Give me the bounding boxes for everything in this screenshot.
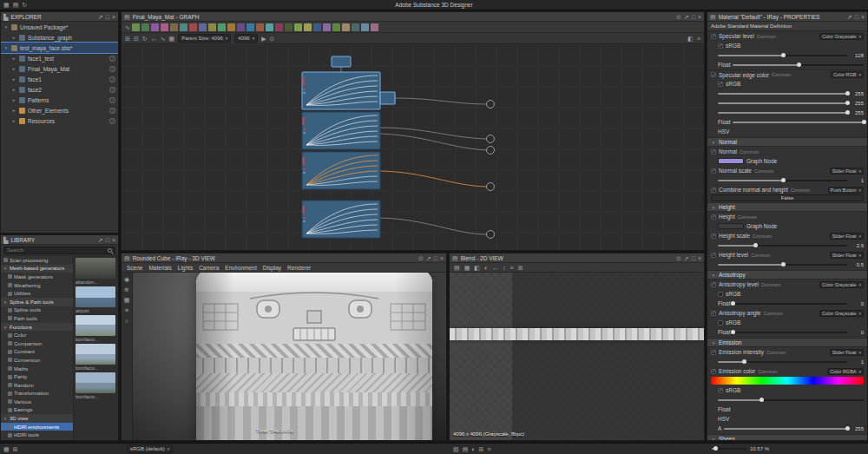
library-item-transformation[interactable]: Transformation <box>1 390 73 398</box>
expose-checkbox[interactable] <box>711 188 716 193</box>
node-preset-icon[interactable] <box>323 23 331 31</box>
node-preset-icon[interactable] <box>189 23 197 31</box>
library-item-path-tools[interactable]: Path tools <box>1 314 73 323</box>
section-height[interactable]: ▾Height <box>707 202 867 212</box>
node-preset-icon[interactable] <box>170 23 178 31</box>
expose-checkbox[interactable] <box>711 234 716 239</box>
tree-item-resources[interactable]: ▸ Resources i <box>1 115 118 126</box>
widget-type-select[interactable]: Color Grayscale▾ <box>819 33 864 40</box>
menu-renderer[interactable]: Renderer <box>287 265 311 271</box>
panel-menu-icon[interactable]: ▙ <box>3 237 8 243</box>
node-preset-icon[interactable] <box>141 23 149 31</box>
status-channels-icon[interactable]: ▧ <box>453 446 459 452</box>
node-preset-icon[interactable] <box>332 23 340 31</box>
expander-icon[interactable]: ▸ <box>11 118 16 123</box>
info-icon[interactable]: i <box>109 97 115 103</box>
library-section-3d-view[interactable]: ▾3D view <box>1 414 73 423</box>
section-normal[interactable]: ▾Normal <box>707 137 867 147</box>
node-preset-icon[interactable] <box>151 23 159 31</box>
expander-icon[interactable]: ▾ <box>3 24 9 30</box>
tree-item-other-elements[interactable]: ▸ Other_Elements i <box>1 105 118 115</box>
hdri-thumb-bonifacio-3[interactable]: bonifacio... <box>76 372 116 399</box>
library-item-utilities[interactable]: Utilities <box>1 289 73 298</box>
aniso-level-slider[interactable] <box>733 303 847 305</box>
output-node[interactable] <box>487 147 495 155</box>
height-level-slider[interactable] <box>718 264 847 266</box>
info-icon[interactable]: i <box>109 118 115 124</box>
expander-icon[interactable]: ▸ <box>11 66 16 71</box>
detach-icon[interactable]: ↗ <box>98 237 103 243</box>
node-preset-icon[interactable] <box>285 23 293 31</box>
tree-item-substance-graph[interactable]: ▸ Substance_graph <box>1 32 118 43</box>
detach-icon[interactable]: ↗ <box>847 14 852 20</box>
3d-viewport[interactable]: Time: 54s/1m0s <box>133 273 446 440</box>
widget-type-select[interactable]: Slider Float▾ <box>830 168 864 174</box>
curve-icon[interactable]: ∿ <box>161 36 166 42</box>
info-icon[interactable]: i <box>109 56 115 62</box>
channels-icon[interactable]: ▤ <box>454 265 460 271</box>
expander-icon[interactable]: ▸ <box>11 87 16 92</box>
expose-checkbox[interactable] <box>711 34 716 39</box>
parent-size-select[interactable]: Parent Size: 4096▾ <box>178 34 231 43</box>
maximize-icon[interactable]: □ <box>434 255 437 261</box>
tree-item-final-maya-mat[interactable]: ▸ Final_Maya_Mat i <box>1 63 118 74</box>
close-icon[interactable]: × <box>440 255 444 261</box>
detach-icon[interactable]: ↗ <box>684 14 689 20</box>
node-preset-icon[interactable] <box>294 23 302 31</box>
widget-type-select[interactable]: Color Grayscale▾ <box>819 310 864 317</box>
library-item-spline-tools[interactable]: Spline tools <box>1 306 73 315</box>
panel-menu-icon[interactable]: ▙ <box>3 14 8 20</box>
library-item-conversion[interactable]: Conversion <box>1 356 73 365</box>
specular-level-slider[interactable] <box>718 55 847 56</box>
graph-node-curve-4[interactable] <box>302 201 380 238</box>
library-item-maths[interactable]: Maths <box>1 365 73 373</box>
float-slider[interactable] <box>733 64 864 66</box>
srgb-checkbox[interactable] <box>718 292 723 297</box>
maximize-icon[interactable]: □ <box>692 255 695 261</box>
hdri-thumb-bonifacio-1[interactable]: bonifacio... <box>76 315 116 342</box>
expander-icon[interactable]: ▾ <box>3 325 8 330</box>
graph-node-curve-2[interactable] <box>302 112 380 149</box>
expose-checkbox[interactable] <box>711 72 716 77</box>
green-slider[interactable] <box>718 102 847 104</box>
node-preset-icon[interactable] <box>313 23 321 31</box>
section-sheen[interactable]: ▾Sheen <box>707 434 867 440</box>
tree-item-face1[interactable]: ▸ face1 i <box>1 74 118 84</box>
expander-icon[interactable]: ▸ <box>11 35 16 40</box>
expose-checkbox[interactable] <box>711 311 716 316</box>
play-icon[interactable]: ▶ <box>261 36 266 42</box>
expander-icon[interactable]: ▾ <box>3 299 8 305</box>
expose-checkbox[interactable] <box>711 253 716 258</box>
expander-icon[interactable]: ▾ <box>711 340 716 345</box>
atomic-nodes-icon[interactable]: ∿ <box>125 24 130 30</box>
search-input[interactable] <box>7 247 106 253</box>
tree-item-patterns[interactable]: ▸ Patterns i <box>1 95 118 105</box>
fit-vertical-icon[interactable]: ↕ <box>503 265 506 271</box>
library-item-color[interactable]: Color <box>1 331 73 339</box>
status-contrast-icon[interactable]: ◐ <box>471 446 475 452</box>
library-item-comparison[interactable]: Comparison <box>1 339 73 348</box>
tiling-icon[interactable]: ▦ <box>464 265 470 271</box>
output-node[interactable] <box>487 231 495 239</box>
widget-type-select[interactable]: Push Button▾ <box>828 187 864 194</box>
tab-2d-view[interactable]: Blend - 2D VIEW <box>461 255 503 261</box>
colorspace-select[interactable]: sRGB (default)▾ <box>127 444 173 453</box>
close-icon[interactable]: × <box>698 14 701 20</box>
expander-icon[interactable]: ▾ <box>3 416 8 421</box>
library-item-hdri-tools[interactable]: HDRI tools <box>1 431 73 439</box>
library-item-weathering[interactable]: Weathering <box>1 281 73 290</box>
close-icon[interactable]: × <box>861 14 865 20</box>
node-preset-icon[interactable] <box>247 23 254 31</box>
widget-type-select[interactable]: Color RGBA▾ <box>827 368 864 375</box>
fit-view-icon[interactable]: ⊞ <box>125 36 130 42</box>
graph-node-curve-3[interactable] <box>302 152 380 189</box>
menu-environment[interactable]: Environment <box>225 265 257 271</box>
expose-checkbox[interactable] <box>711 168 716 174</box>
split-icon[interactable]: ◧ <box>474 265 480 271</box>
grid-icon[interactable]: ▦ <box>169 36 175 42</box>
close-icon[interactable]: × <box>112 237 115 243</box>
tab-3d-view[interactable]: Rounded Cube - IRay - 3D VIEW <box>133 255 215 261</box>
expander-icon[interactable]: ▸ <box>11 76 16 82</box>
list-icon[interactable]: ≡ <box>697 36 700 42</box>
graph-node-small-selected[interactable] <box>380 92 395 104</box>
